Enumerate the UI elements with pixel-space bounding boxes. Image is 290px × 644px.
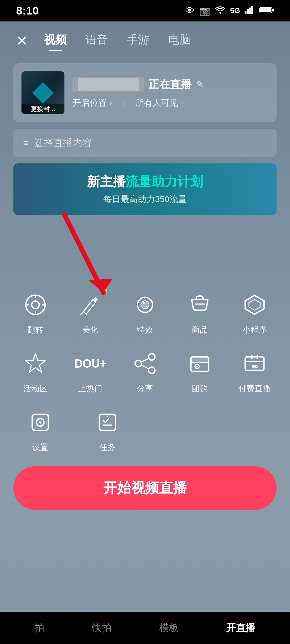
top-nav: ✕ 视频 语音 手游 电脑 xyxy=(0,21,290,58)
activity-label: 活动区 xyxy=(23,383,48,394)
tab-game[interactable]: 手游 xyxy=(127,32,149,50)
flip-label: 翻转 xyxy=(27,324,44,335)
status-bar: 8:10 👁 📷 5G xyxy=(0,0,290,21)
wifi-icon xyxy=(215,6,225,16)
avatar-wrapper[interactable]: 更换封... xyxy=(21,71,64,114)
tool-paid[interactable]: 付费直播 xyxy=(230,349,279,394)
tools-row-3: 设置 任务 xyxy=(8,408,282,453)
promo-title: 新主播流量助力计划 xyxy=(24,173,266,190)
settings-icon-wrapper xyxy=(26,408,55,437)
share-label: 分享 xyxy=(137,383,153,394)
tool-flip[interactable]: 翻转 xyxy=(11,290,60,335)
bottom-bar: 拍 快拍 模板 开直播 xyxy=(0,612,290,644)
tool-share[interactable]: 分享 xyxy=(121,349,169,394)
list-icon: ≡ xyxy=(23,137,29,149)
groupbuy-icon-wrapper xyxy=(185,349,215,378)
tab-pc[interactable]: 电脑 xyxy=(168,32,191,50)
svg-rect-4 xyxy=(251,6,253,14)
trending-label: 上热门 xyxy=(78,383,102,394)
close-button[interactable]: ✕ xyxy=(16,34,28,48)
eye-icon: 👁 xyxy=(185,5,195,16)
bottom-template[interactable]: 模板 xyxy=(159,621,179,635)
visibility-button[interactable]: 所有人可见 › xyxy=(135,97,183,109)
svg-point-14 xyxy=(143,302,145,304)
miniapp-icon-wrapper xyxy=(240,290,269,320)
profile-name: ████████ xyxy=(73,77,144,92)
svg-point-19 xyxy=(135,360,142,367)
activity-icon-wrapper xyxy=(21,349,50,378)
svg-rect-7 xyxy=(260,8,271,12)
svg-marker-15 xyxy=(245,295,264,314)
svg-marker-17 xyxy=(26,354,45,372)
svg-point-11 xyxy=(32,301,39,309)
tool-activity[interactable]: 活动区 xyxy=(11,349,60,394)
groupbuy-label: 团购 xyxy=(192,383,208,394)
svg-line-21 xyxy=(141,358,148,362)
bottom-shoot[interactable]: 拍 xyxy=(35,621,44,635)
beauty-label: 美化 xyxy=(82,324,98,335)
svg-line-22 xyxy=(141,365,148,369)
svg-point-20 xyxy=(148,367,155,374)
bottom-live[interactable]: 开直播 xyxy=(226,621,255,635)
bottom-quickshoot[interactable]: 快拍 xyxy=(92,621,111,635)
task-icon-wrapper xyxy=(93,408,122,437)
tool-shop[interactable]: 商品 xyxy=(176,290,224,335)
tools-section: 翻转 美化 xyxy=(8,290,282,453)
svg-rect-3 xyxy=(249,8,251,14)
camera-status-icon: 📷 xyxy=(200,6,210,16)
effects-label: 特效 xyxy=(137,324,153,335)
signal-bars-icon xyxy=(245,5,255,16)
trending-icon-wrapper: DOU+ xyxy=(75,349,105,378)
profile-section: 更换封... ████████ 正在直播 ✎ 开启位置 › ｜ 所有人可见 › xyxy=(13,63,277,122)
tab-audio[interactable]: 语音 xyxy=(85,32,108,50)
shop-label: 商品 xyxy=(192,324,208,335)
content-selector[interactable]: ≡ 选择直播内容 xyxy=(13,129,277,157)
status-time: 8:10 xyxy=(16,4,39,17)
svg-rect-1 xyxy=(245,11,247,14)
battery-icon xyxy=(259,5,274,16)
status-icons: 👁 📷 5G xyxy=(185,5,274,16)
svg-rect-24 xyxy=(191,357,209,362)
arrow-pointer xyxy=(54,209,113,301)
profile-status: 正在直播 xyxy=(148,77,191,92)
promo-white-text: 新主播 xyxy=(87,174,126,189)
shop-icon-wrapper xyxy=(185,290,215,320)
svg-rect-2 xyxy=(247,9,249,14)
svg-point-30 xyxy=(39,421,42,424)
signal-icon: 5G xyxy=(230,6,240,15)
tools-row-1: 翻转 美化 xyxy=(8,290,282,335)
profile-meta: 开启位置 › ｜ 所有人可见 › xyxy=(73,97,269,109)
main-content: ✕ 视频 语音 手游 电脑 更换封... ████████ 正在直播 ✎ 开启位… xyxy=(0,21,290,644)
promo-cyan-text: 流量助力计划 xyxy=(126,174,203,189)
paid-icon-wrapper xyxy=(240,349,269,378)
avatar-label: 更换封... xyxy=(21,104,64,114)
flip-icon-wrapper xyxy=(21,290,50,320)
selector-placeholder: 选择直播内容 xyxy=(34,136,92,149)
tool-miniapp[interactable]: 小程序 xyxy=(230,290,279,335)
miniapp-label: 小程序 xyxy=(242,324,267,335)
tool-effects[interactable]: 特效 xyxy=(121,290,169,335)
edit-icon[interactable]: ✎ xyxy=(196,79,204,90)
promo-banner[interactable]: 新主播流量助力计划 每日最高助力350流量 xyxy=(13,163,277,215)
meta-divider: ｜ xyxy=(120,98,127,108)
tool-task[interactable]: 任务 xyxy=(83,408,132,453)
start-live-button[interactable]: 开始视频直播 xyxy=(13,466,277,510)
svg-marker-16 xyxy=(249,299,260,310)
start-button-text: 开始视频直播 xyxy=(103,480,187,496)
profile-name-row: ████████ 正在直播 ✎ xyxy=(73,77,269,92)
tab-video[interactable]: 视频 xyxy=(44,32,67,50)
location-button[interactable]: 开启位置 › xyxy=(73,97,112,109)
tool-groupbuy[interactable]: 团购 xyxy=(176,349,224,394)
svg-point-0 xyxy=(219,12,221,14)
settings-label: 设置 xyxy=(32,442,48,453)
location-arrow: › xyxy=(110,99,112,107)
dou-text: DOU+ xyxy=(74,357,106,370)
nav-tabs: 视频 语音 手游 电脑 xyxy=(44,32,191,50)
tool-settings[interactable]: 设置 xyxy=(16,408,64,453)
effects-icon-wrapper xyxy=(130,290,160,320)
promo-subtitle: 每日最高助力350流量 xyxy=(24,193,266,205)
tools-row-2: 活动区 DOU+ 上热门 xyxy=(8,349,282,394)
profile-info: ████████ 正在直播 ✎ 开启位置 › ｜ 所有人可见 › xyxy=(73,77,269,109)
tool-trending[interactable]: DOU+ 上热门 xyxy=(66,349,114,394)
svg-point-18 xyxy=(148,354,155,360)
